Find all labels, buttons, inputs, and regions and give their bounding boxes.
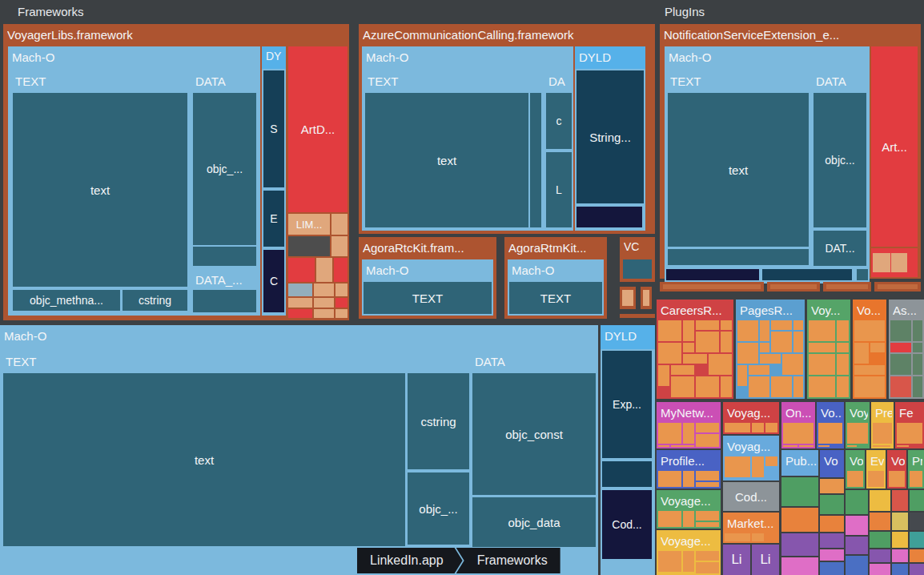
plugin-cod[interactable]: Cod... [723, 482, 779, 511]
asset-tile[interactable] [331, 214, 348, 235]
notif-art-asset[interactable]: Art... [871, 46, 918, 247]
plugin-voyage-yellow[interactable]: Voyage... [657, 530, 721, 575]
azure-l-block[interactable]: L [546, 152, 572, 227]
plugin-strip-body[interactable] [770, 284, 817, 289]
linkedin-cstring[interactable]: cstring [408, 373, 469, 469]
plugin-mynetwork[interactable]: MyNetw... [657, 402, 721, 448]
mosaic-tile[interactable] [892, 490, 908, 511]
notif-strip-navy[interactable] [666, 269, 759, 280]
mosaic-tile[interactable] [870, 513, 890, 530]
mosaic-tile[interactable] [820, 533, 844, 548]
plugin-voy[interactable]: Voy... [807, 300, 850, 399]
plugin-market[interactable]: Market... [723, 513, 779, 543]
treemap-tile[interactable] [658, 551, 681, 572]
treemap-tile[interactable] [870, 343, 885, 352]
treemap-tile[interactable] [696, 551, 719, 561]
linkedin-objc-const[interactable]: objc_const [472, 373, 596, 495]
treemap-tile[interactable] [897, 423, 922, 444]
treemap-tile[interactable] [818, 423, 842, 444]
treemap-tile[interactable] [760, 343, 769, 352]
treemap-tile[interactable] [890, 376, 911, 397]
notif-objc[interactable]: objc... [814, 93, 866, 227]
plugin-vo-red[interactable]: Vo [887, 450, 906, 489]
breadcrumb-item-app[interactable]: LinkedIn.app [357, 548, 463, 573]
treemap-tile[interactable] [760, 320, 769, 341]
mosaic-tile[interactable] [846, 516, 868, 535]
plugin-pages[interactable]: PagesR... [736, 300, 805, 399]
treemap-tile[interactable] [683, 471, 694, 487]
notif-strip-small[interactable] [857, 269, 868, 280]
azure-const-block[interactable]: c [546, 93, 572, 149]
plugin-vo-dark[interactable]: Vo [820, 450, 844, 477]
treemap-tile[interactable] [658, 445, 669, 447]
treemap-tile[interactable] [809, 376, 835, 397]
voyagerlibs-dataconst-sub[interactable] [193, 290, 256, 312]
treemap-tile[interactable] [913, 354, 922, 375]
treemap-tile[interactable] [696, 320, 719, 330]
mosaic-tile[interactable] [846, 537, 868, 554]
plugin-strip-body[interactable] [826, 284, 868, 289]
treemap-tile[interactable] [696, 522, 719, 527]
treemap-tile[interactable] [760, 354, 781, 364]
agorartckit-text[interactable]: TEXT [364, 282, 492, 314]
linkedin-dyld-sub[interactable] [602, 461, 652, 487]
mosaic-tile[interactable] [892, 549, 908, 562]
treemap-tile[interactable] [765, 456, 777, 466]
mosaic-tile[interactable] [820, 562, 844, 575]
asset-tile[interactable] [334, 258, 348, 282]
notif-strip-dots[interactable] [762, 269, 852, 280]
mosaic-tile[interactable] [910, 490, 924, 511]
treemap-tile[interactable] [913, 320, 922, 341]
treemap-tile[interactable] [725, 456, 750, 477]
treemap-tile[interactable] [721, 332, 732, 352]
mosaic-tile[interactable] [781, 533, 818, 556]
asset-tile[interactable] [335, 309, 348, 318]
mosaic-tile[interactable] [820, 479, 844, 493]
treemap-tile[interactable] [890, 354, 911, 375]
mosaic-tile[interactable] [846, 490, 868, 514]
notif-data-sub[interactable]: DAT... [814, 231, 866, 266]
treemap-tile[interactable] [793, 320, 803, 330]
treemap-tile[interactable] [799, 445, 814, 447]
treemap-tile[interactable] [837, 376, 849, 397]
plugin-pr[interactable]: Pr [908, 450, 924, 489]
treemap-tile[interactable] [696, 376, 719, 397]
mosaic-tile[interactable] [892, 532, 908, 548]
treemap-tile[interactable] [737, 365, 747, 386]
treemap-tile[interactable] [725, 533, 750, 541]
treemap-tile[interactable] [696, 511, 719, 521]
treemap-tile[interactable] [696, 482, 719, 487]
asset-tile[interactable] [873, 253, 890, 272]
linkedin-exports[interactable]: Exp... [602, 351, 652, 458]
azure-text-body[interactable]: text [365, 93, 528, 227]
treemap-tile[interactable] [709, 354, 732, 375]
small-framework-strip[interactable] [620, 314, 655, 318]
treemap-tile[interactable] [809, 354, 835, 375]
treemap-tile[interactable] [721, 376, 732, 397]
breadcrumb-item-frameworks[interactable]: Frameworks [456, 548, 560, 573]
treemap-tile[interactable] [696, 471, 719, 481]
treemap-tile[interactable] [683, 511, 694, 527]
treemap-tile[interactable] [873, 445, 890, 447]
treemap-tile[interactable] [847, 471, 863, 487]
treemap-tile[interactable] [737, 343, 758, 364]
plugin-on[interactable]: On... [781, 402, 815, 448]
treemap-tile[interactable] [765, 423, 777, 432]
agorartmkit-text[interactable]: TEXT [509, 282, 602, 314]
treemap-tile[interactable] [782, 354, 803, 375]
mosaic-tile[interactable] [870, 490, 890, 511]
treemap-tile[interactable] [897, 445, 909, 447]
linkedin-objc-data[interactable]: objc_data [472, 497, 596, 547]
treemap-tile[interactable] [873, 423, 892, 444]
asset-tile[interactable] [288, 298, 312, 308]
treemap-tile[interactable] [837, 354, 849, 375]
vc-macho[interactable] [623, 259, 652, 279]
treemap-tile[interactable] [809, 320, 835, 341]
treemap-tile[interactable] [725, 423, 750, 432]
treemap-tile[interactable] [696, 562, 719, 573]
treemap-tile[interactable] [696, 332, 719, 352]
treemap-tile[interactable] [847, 423, 868, 444]
treemap-tile[interactable] [868, 471, 884, 487]
mosaic-tile[interactable] [781, 477, 818, 506]
treemap-tile[interactable] [913, 376, 922, 397]
